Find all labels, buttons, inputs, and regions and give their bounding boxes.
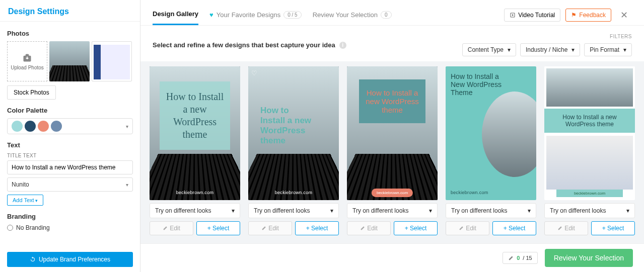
palette-label: Color Palette [7,107,133,114]
radio-icon [7,225,13,231]
design-brand: beckiebrown.com [248,190,339,195]
upload-icon [22,53,32,63]
tab-review-label: Review Your Selection [313,11,378,19]
swatch-4 [51,121,62,132]
edit-button[interactable]: Edit [544,221,588,235]
sidebar: Design Settings Photos Upload Photos Sto… [0,0,140,272]
sidebar-title: Design Settings [0,0,140,22]
swatch-1 [12,121,23,132]
pencil-icon [459,226,464,231]
photo-thumb-1[interactable] [49,41,90,81]
font-select[interactable]: Nunito ▾ [7,177,133,192]
play-icon [510,12,516,18]
edit-button[interactable]: Edit [150,221,193,235]
photo-thumb-2[interactable] [92,41,132,81]
gallery: How to Install a new WordPress theme bec… [150,66,635,235]
stock-photos-button[interactable]: Stock Photos [7,85,56,100]
title-text-input[interactable] [7,160,133,174]
flag-icon: ⚑ [571,12,577,19]
try-looks-dropdown[interactable]: Try on different looks▾ [544,203,635,218]
photos-label: Photos [7,30,133,37]
design-preview[interactable]: ♡ How to Install a new WordPress theme b… [248,66,339,200]
chevron-down-icon: ▾ [626,207,629,214]
design-title: How to Install a new WordPress theme [160,81,230,150]
font-value: Nunito [12,181,29,188]
no-branding-radio[interactable]: No Branding [7,224,133,231]
fav-count-badge: 0 / 5 [283,11,301,19]
chevron-down-icon: ▾ [528,207,531,214]
count-current: 0 [517,255,520,261]
select-button[interactable]: + Select [591,221,635,235]
pencil-icon [508,255,514,261]
video-tutorial-button[interactable]: Video Tutorial [504,9,560,22]
design-title: How to Install a New WordPress Theme [451,72,506,97]
design-preview[interactable]: How to Install a new WordPress theme bec… [544,66,635,200]
edit-button[interactable]: Edit [248,221,292,235]
filter-row: Content Type▾ Industry / Niche▾ Pin Form… [462,43,632,56]
gallery-scroll[interactable]: How to Install a new WordPress theme bec… [140,61,644,243]
design-card: ♡ How to Install a new WordPress theme b… [248,66,339,235]
update-brand-label: Update Brand Preferences [39,256,110,263]
try-looks-dropdown[interactable]: Try on different looks▾ [347,203,438,218]
topbar: Design Gallery ♥ Your Favorite Designs 0… [140,0,644,26]
info-icon[interactable]: i [339,42,346,49]
no-branding-label: No Branding [16,224,50,231]
refresh-icon [30,256,36,262]
design-brand: beckiebrown.com [446,190,536,195]
filters: FILTERS Content Type▾ Industry / Niche▾ … [462,34,632,56]
count-total: / 15 [523,255,532,261]
select-button[interactable]: + Select [492,221,536,235]
chevron-down-icon: ▾ [571,46,575,53]
design-card: How to Install a new WordPress theme bec… [347,66,438,235]
design-preview[interactable]: How to Install a new WordPress theme bec… [150,66,240,200]
select-button[interactable]: + Select [295,221,339,235]
filter-pin-format[interactable]: Pin Format▾ [584,43,632,56]
pencil-icon [557,226,562,231]
topbar-right: Video Tutorial ⚑ Feedback ✕ [504,8,632,23]
edit-button[interactable]: Edit [347,221,391,235]
chevron-down-icon: ▾ [508,46,511,53]
photo-row: Upload Photos [7,41,133,81]
try-looks-dropdown[interactable]: Try on different looks▾ [248,203,339,218]
swatch-3 [38,121,49,132]
title-text-label: TITLE TEXT [7,153,133,158]
design-title: How to Install a new WordPress theme [359,79,425,123]
edit-button[interactable]: Edit [446,221,489,235]
design-preview[interactable]: How to Install a New WordPress Theme bec… [446,66,536,200]
design-title: How to Install a new WordPress theme [255,97,319,155]
design-card: How to Install a new WordPress theme bec… [544,66,635,235]
upload-label: Upload Photos [11,65,44,70]
select-button[interactable]: + Select [394,221,438,235]
tab-fav-label: Your Favorite Designs [217,11,280,19]
tab-design-gallery[interactable]: Design Gallery [153,5,198,25]
upload-photos-button[interactable]: Upload Photos [7,41,47,81]
update-brand-button[interactable]: Update Brand Preferences [7,252,133,267]
tab-favorite-designs[interactable]: ♥ Your Favorite Designs 0 / 5 [209,6,302,25]
text-label: Text [7,141,133,149]
close-icon[interactable]: ✕ [616,8,632,23]
feedback-button[interactable]: ⚑ Feedback [565,9,611,22]
selection-count: 0 / 15 [503,252,537,264]
feedback-label: Feedback [579,12,606,19]
filter-content-type[interactable]: Content Type▾ [462,43,516,56]
review-selection-button[interactable]: Review Your Selection [545,249,633,267]
design-title: How to Install a new WordPress theme [544,109,635,133]
heart-icon: ♥ [209,11,213,19]
branding-label: Branding [7,213,133,220]
design-brand: beckiebrown.com [556,190,623,197]
pencil-icon [261,226,266,231]
palette-select[interactable]: ▾ [7,118,133,134]
tab-review-selection[interactable]: Review Your Selection 0 [313,6,392,25]
chevron-down-icon: ▾ [126,124,128,129]
try-looks-dropdown[interactable]: Try on different looks▾ [150,203,240,218]
design-card: How to Install a New WordPress Theme bec… [446,66,536,235]
swatch-2 [25,121,36,132]
design-brand: beckiebrown.com [372,189,413,197]
try-looks-dropdown[interactable]: Try on different looks▾ [446,203,536,218]
select-button[interactable]: + Select [196,221,240,235]
add-text-button[interactable]: Add Text [7,195,43,206]
design-preview[interactable]: How to Install a new WordPress theme bec… [347,66,438,200]
heart-icon[interactable]: ♡ [251,69,257,77]
filter-industry[interactable]: Industry / Niche▾ [520,43,580,56]
sidebar-body: Photos Upload Photos Stock Photos Color … [0,22,140,247]
